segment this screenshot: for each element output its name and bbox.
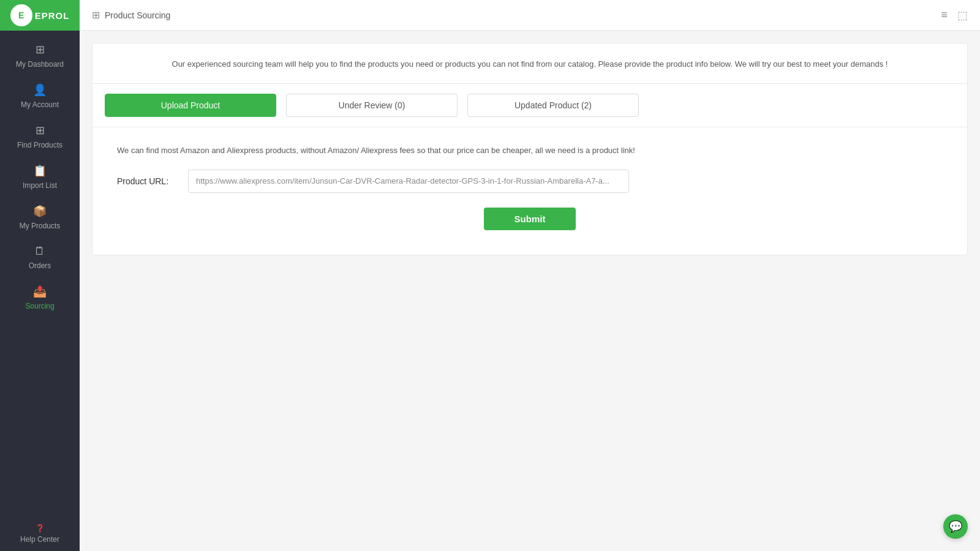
sidebar-item-find-products[interactable]: ⊞Find Products <box>0 116 80 157</box>
sidebar-label-account: My Account <box>21 100 59 109</box>
help-icon: ❓ <box>36 524 45 533</box>
topbar-list-icon[interactable]: ≡ <box>941 9 948 21</box>
sidebar-item-import-list[interactable]: 📋Import List <box>0 157 80 197</box>
page-content: Our experienced sourcing team will help … <box>80 31 980 551</box>
orders-icon: 🗒 <box>34 245 45 258</box>
sourcing-icon: 📤 <box>33 285 47 298</box>
tabs-bar: Upload Product Under Review (0) Updated … <box>92 84 967 127</box>
main-content: ⊞ Product Sourcing ≡ ⬚ Our experienced s… <box>80 0 980 551</box>
sidebar-label-dashboard: My Dashboard <box>16 60 64 69</box>
sidebar-item-orders[interactable]: 🗒Orders <box>0 238 80 277</box>
sidebar-help-label: Help Center <box>20 535 59 544</box>
tab-updated-product[interactable]: Updated Product (2) <box>467 94 639 117</box>
topbar-grid-icon: ⊞ <box>92 9 100 21</box>
import-list-icon: 📋 <box>33 164 47 178</box>
logo-icon: E <box>10 4 32 26</box>
find-products-icon: ⊞ <box>36 124 45 137</box>
sidebar-item-my-products[interactable]: 📦My Products <box>0 197 80 238</box>
product-url-row: Product URL: <box>117 170 943 193</box>
chat-bubble[interactable]: 💬 <box>943 514 968 539</box>
chat-icon: 💬 <box>949 520 962 533</box>
form-area: We can find most Amazon and Aliexpress p… <box>92 127 967 255</box>
topbar-left: ⊞ Product Sourcing <box>92 9 170 21</box>
sidebar-label-my-products: My Products <box>20 222 61 230</box>
intro-text: Our experienced sourcing team will help … <box>92 43 967 84</box>
logo: E EPROL <box>0 0 80 31</box>
sidebar-item-sourcing[interactable]: 📤Sourcing <box>0 277 80 318</box>
sourcing-card: Our experienced sourcing team will help … <box>92 43 968 255</box>
sidebar-nav: ⊞My Dashboard👤My Account⊞Find Products📋I… <box>0 31 80 517</box>
page-title: Product Sourcing <box>105 10 170 20</box>
sidebar-label-import-list: Import List <box>23 181 57 190</box>
hint-text: We can find most Amazon and Aliexpress p… <box>117 146 943 155</box>
sidebar-label-orders: Orders <box>29 261 51 270</box>
account-icon: 👤 <box>33 83 47 97</box>
product-url-label: Product URL: <box>117 176 178 186</box>
sidebar: E EPROL ⊞My Dashboard👤My Account⊞Find Pr… <box>0 0 80 551</box>
sidebar-item-dashboard[interactable]: ⊞My Dashboard <box>0 36 80 76</box>
dashboard-icon: ⊞ <box>36 43 45 56</box>
sidebar-item-account[interactable]: 👤My Account <box>0 76 80 116</box>
submit-row: Submit <box>117 208 943 230</box>
logo-text: EPROL <box>35 10 70 21</box>
product-url-input[interactable] <box>188 170 629 193</box>
sidebar-label-sourcing: Sourcing <box>25 302 54 310</box>
sidebar-label-find-products: Find Products <box>17 141 62 149</box>
topbar-card-icon[interactable]: ⬚ <box>957 9 968 22</box>
topbar-right: ≡ ⬚ <box>941 9 968 22</box>
sidebar-help-center[interactable]: ❓ Help Center <box>0 517 80 551</box>
topbar: ⊞ Product Sourcing ≡ ⬚ <box>80 0 980 31</box>
tab-under-review[interactable]: Under Review (0) <box>286 94 458 117</box>
my-products-icon: 📦 <box>33 204 47 218</box>
tab-upload-product[interactable]: Upload Product <box>105 94 276 117</box>
submit-button[interactable]: Submit <box>484 208 576 230</box>
